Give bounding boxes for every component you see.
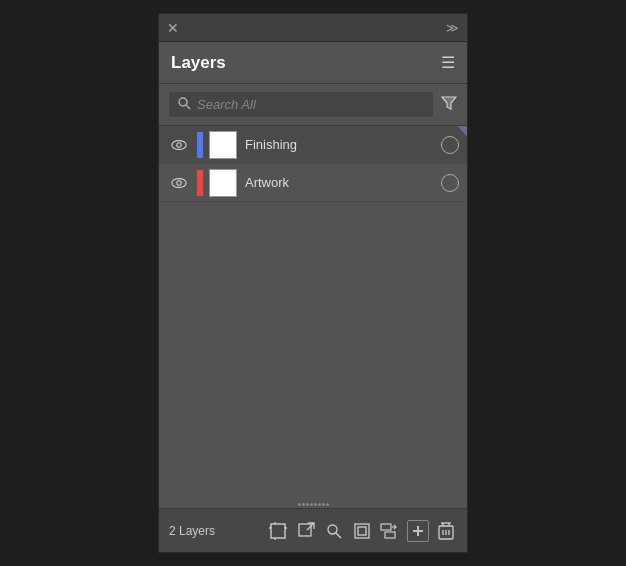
search-bar [159, 84, 467, 126]
layer-target-finishing[interactable] [441, 136, 459, 154]
place-image-button[interactable] [351, 520, 373, 542]
svg-rect-18 [381, 524, 391, 530]
panel-menu-icon[interactable]: ☰ [441, 55, 455, 71]
export-button[interactable] [295, 520, 317, 542]
find-button[interactable] [323, 520, 345, 542]
layer-color-artwork [197, 170, 203, 196]
svg-rect-19 [385, 532, 395, 538]
layer-name-artwork: Artwork [245, 175, 437, 190]
visibility-icon-finishing[interactable] [167, 139, 191, 151]
svg-rect-16 [355, 524, 369, 538]
svg-rect-7 [271, 524, 285, 538]
layer-thumbnail-finishing [209, 131, 237, 159]
svg-point-3 [172, 140, 186, 149]
collapse-icon[interactable]: ≫ [446, 21, 459, 35]
collect-button[interactable] [379, 520, 401, 542]
delete-layer-button[interactable] [435, 520, 457, 542]
layer-target-artwork[interactable] [441, 174, 459, 192]
layer-count: 2 Layers [169, 524, 267, 538]
footer-toolbar [267, 520, 457, 542]
svg-rect-17 [358, 527, 366, 535]
visibility-icon-artwork[interactable] [167, 177, 191, 189]
panel-titlebar: Layers ☰ [159, 42, 467, 84]
panel-footer: 2 Layers [159, 508, 467, 552]
svg-point-5 [172, 178, 186, 187]
layer-name-finishing: Finishing [245, 137, 437, 152]
search-input[interactable] [197, 97, 425, 112]
svg-line-15 [336, 533, 341, 538]
close-icon[interactable]: ✕ [167, 20, 179, 36]
panel-title: Layers [171, 53, 226, 73]
svg-point-4 [177, 142, 181, 146]
scroll-indicator [159, 501, 467, 508]
layers-list: Finishing Artwork [159, 126, 467, 501]
svg-point-0 [179, 98, 187, 106]
search-icon [177, 96, 191, 113]
svg-marker-2 [442, 97, 456, 109]
panel-topbar: ✕ ≫ [159, 14, 467, 42]
svg-point-6 [177, 180, 181, 184]
search-container [169, 92, 433, 117]
svg-rect-12 [299, 524, 311, 536]
layer-thumbnail-artwork [209, 169, 237, 197]
layer-row[interactable]: Artwork [159, 164, 467, 202]
svg-point-14 [328, 525, 337, 534]
filter-icon[interactable] [441, 95, 457, 115]
clip-artboard-button[interactable] [267, 520, 289, 542]
layers-panel: ✕ ≫ Layers ☰ [158, 13, 468, 553]
new-layer-button[interactable] [407, 520, 429, 542]
svg-line-1 [186, 105, 190, 109]
layer-row[interactable]: Finishing [159, 126, 467, 164]
layer-color-finishing [197, 132, 203, 158]
